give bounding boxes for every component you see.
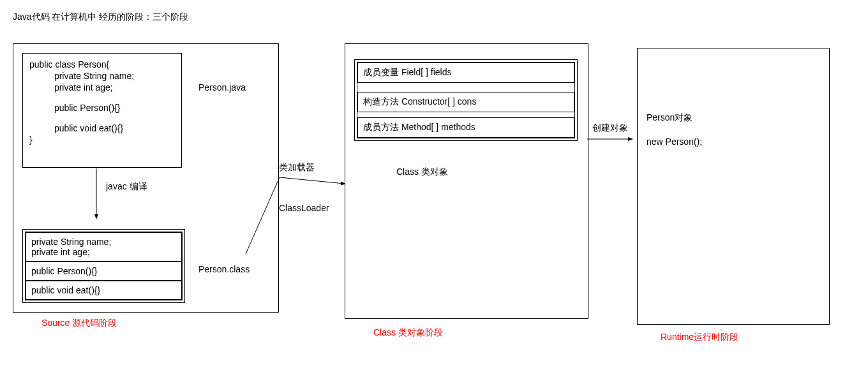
code-line: private int age; <box>29 82 175 93</box>
class-stage-box: 成员变量 Field[ ] fields 构造方法 Constructor[ ]… <box>345 43 588 319</box>
class-constructor-row: 构造方法 Constructor[ ] cons <box>357 92 574 112</box>
classloader-top-label: 类加载器 <box>279 162 315 174</box>
person-class-box: private String name; private int age; pu… <box>22 229 185 303</box>
code-line: public void eat(){} <box>29 122 175 134</box>
code-line: private String name; <box>29 70 175 82</box>
runtime-stage-label: Runtime运行时阶段 <box>661 332 738 343</box>
source-stage-label: Source 源代码阶段 <box>41 318 117 329</box>
class-fields-row: 成员变量 Field[ ] fields <box>357 63 574 83</box>
javac-label: javac 编译 <box>106 181 147 193</box>
svg-line-1 <box>246 177 280 254</box>
code-line: public Person(){} <box>29 102 175 114</box>
class-file-method: public void eat(){} <box>26 281 182 300</box>
create-object-arrow-icon <box>587 134 638 147</box>
runtime-line1: Person对象 <box>647 112 692 124</box>
code-line: public class Person{ <box>29 59 175 70</box>
class-file-fields: private String name; private int age; <box>26 232 182 262</box>
class-methods-row: 成员方法 Method[ ] methods <box>357 117 574 138</box>
create-object-label: 创建对象 <box>592 122 628 134</box>
svg-line-2 <box>280 177 345 184</box>
class-object-box: 成员变量 Field[ ] fields 构造方法 Constructor[ ]… <box>354 59 578 141</box>
class-file-constructor: public Person(){} <box>26 262 182 281</box>
class-object-caption: Class 类对象 <box>396 166 448 178</box>
classloader-bottom-label: ClassLoader <box>279 203 329 213</box>
person-java-box: public class Person{ private String name… <box>22 53 182 168</box>
code-line: } <box>29 134 175 145</box>
javac-arrow-icon <box>84 168 122 226</box>
runtime-stage-box: Person对象 new Person(); <box>637 48 830 325</box>
person-java-label: Person.java <box>198 82 246 92</box>
page-title: Java代码 在计算机中 经历的阶段：三个阶段 <box>13 11 188 23</box>
class-stage-label: Class 类对象阶段 <box>373 327 443 339</box>
runtime-line2: new Person(); <box>647 137 702 147</box>
classloader-arrow-icon <box>223 177 351 267</box>
